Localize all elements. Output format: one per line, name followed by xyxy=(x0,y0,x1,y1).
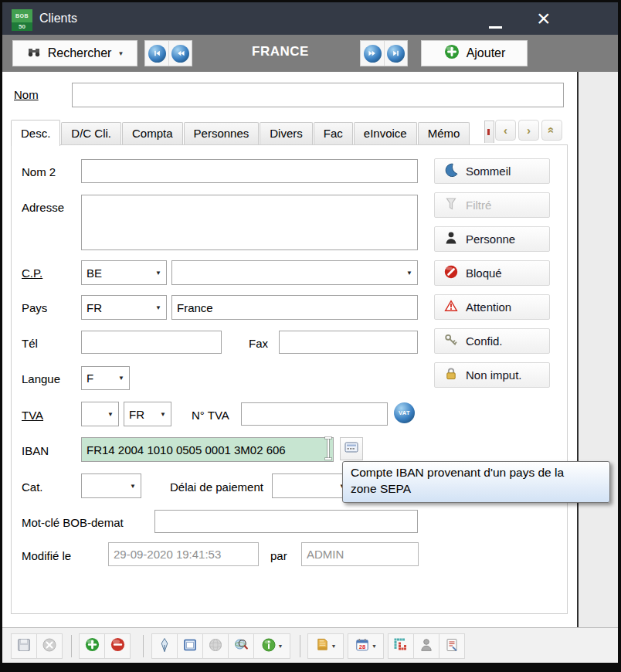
bob50-logo-top: BOB xyxy=(12,9,32,22)
tel-input[interactable] xyxy=(81,331,222,354)
add-record-button[interactable] xyxy=(79,633,105,659)
tva-prefix-select[interactable]: FR ▼ xyxy=(124,402,171,426)
close-button[interactable]: × xyxy=(537,5,551,32)
iban-lookup-button[interactable] xyxy=(340,437,363,460)
last-record-icon xyxy=(387,45,405,63)
info-button[interactable]: ▼ xyxy=(253,633,290,659)
cp-label[interactable]: C.P. xyxy=(22,266,42,280)
pays-code-select[interactable]: FR ▼ xyxy=(81,295,167,320)
cat-select[interactable]: ▼ xyxy=(81,473,141,498)
cp-city-select[interactable]: ▼ xyxy=(171,260,418,285)
nom-input[interactable] xyxy=(72,83,564,107)
iban-tooltip-line2: zone SEPA xyxy=(351,481,602,497)
tab-fac[interactable]: Fac xyxy=(314,122,353,144)
tab-desc[interactable]: Desc. xyxy=(11,120,60,146)
modified-par-label: par xyxy=(270,549,287,562)
quill-button[interactable] xyxy=(151,633,178,659)
chevron-down-icon: ▼ xyxy=(406,270,412,277)
pays-code-value: FR xyxy=(87,301,102,314)
bob50-logo-bottom: 50 xyxy=(12,22,32,31)
tel-label: Tél xyxy=(22,337,38,350)
next-record-button[interactable] xyxy=(361,41,384,66)
tab-memo[interactable]: Mémo xyxy=(418,122,470,144)
search-globe-button[interactable] xyxy=(228,633,254,659)
flag-label: Non imput. xyxy=(466,368,522,382)
delai-select[interactable]: ▼ xyxy=(272,473,351,498)
tab-scroll-left-button[interactable]: ‹ xyxy=(495,120,516,141)
vat-lookup-button[interactable]: VAT xyxy=(394,402,415,423)
frame-left xyxy=(0,0,2,672)
search-button[interactable]: Rechercher ▼ xyxy=(12,40,137,66)
flag-confid-button[interactable]: Confid. xyxy=(434,328,550,354)
flag-non-imput-button[interactable]: Non imput. xyxy=(434,362,550,388)
cp-country-select[interactable]: BE ▼ xyxy=(81,260,167,285)
langue-value: F xyxy=(87,372,93,385)
contact-person-button[interactable] xyxy=(413,633,439,659)
flag-sommeil-button[interactable]: Sommeil xyxy=(434,158,550,184)
detail-window-icon xyxy=(182,637,198,656)
bob50-logo: BOB 50 xyxy=(12,9,32,31)
search-button-label: Rechercher xyxy=(48,46,112,60)
chevron-down-icon: ▼ xyxy=(331,643,337,649)
add-record-icon xyxy=(84,636,100,656)
flag-bloque-button[interactable]: Bloqué xyxy=(434,260,550,286)
tab-einvoice[interactable]: eInvoice xyxy=(354,122,417,144)
first-record-button[interactable] xyxy=(145,41,168,66)
tab-compta[interactable]: Compta xyxy=(122,122,183,144)
modified-user-field xyxy=(301,542,419,566)
chevron-down-icon: ▼ xyxy=(107,411,114,418)
tab-partial[interactable] xyxy=(484,120,494,143)
cancel-icon xyxy=(42,637,57,656)
svg-text:28: 28 xyxy=(359,643,365,650)
detail-window-button[interactable] xyxy=(177,633,203,659)
documents-folder-button[interactable]: ▼ xyxy=(307,633,344,659)
save-icon xyxy=(16,637,32,656)
adresse-textarea[interactable] xyxy=(81,195,418,250)
flag-attention-button[interactable]: Attention xyxy=(434,294,550,320)
tva-regime-select[interactable]: ▼ xyxy=(81,402,119,426)
scroll-left-icon: ‹ xyxy=(504,124,507,137)
fax-input[interactable] xyxy=(279,331,418,354)
save-button[interactable] xyxy=(11,633,37,659)
flag-label: Filtré xyxy=(466,199,491,212)
globe-button[interactable] xyxy=(202,633,229,659)
tab-dc-cli[interactable]: D/C Cli. xyxy=(61,122,121,144)
clients-window: BOB 50 Clients × Rechercher ▼ xyxy=(0,0,621,672)
nom-label[interactable]: Nom xyxy=(14,88,39,101)
binoculars-icon xyxy=(26,44,42,63)
flag-label: Confid. xyxy=(466,334,503,348)
search-globe-icon xyxy=(233,637,249,656)
langue-select[interactable]: F ▼ xyxy=(81,366,130,390)
calendar-button[interactable]: 28 ▼ xyxy=(348,633,384,659)
minimize-button[interactable] xyxy=(489,26,502,29)
first-record-icon xyxy=(148,45,166,63)
cancel-button[interactable] xyxy=(36,633,63,659)
flag-filtre-button[interactable]: Filtré xyxy=(434,192,550,218)
filter-icon xyxy=(443,196,459,214)
motcle-input[interactable] xyxy=(154,510,418,533)
add-record-icon xyxy=(443,43,460,63)
delete-record-button[interactable] xyxy=(104,633,131,659)
previous-record-button[interactable] xyxy=(168,41,192,66)
tab-scroll-right-button[interactable]: › xyxy=(518,120,539,141)
person-icon xyxy=(443,230,459,248)
last-record-button[interactable] xyxy=(384,41,407,66)
tab-divers[interactable]: Divers xyxy=(260,122,313,144)
current-record-name: FRANCE xyxy=(219,44,342,59)
tab-show-all-button[interactable]: « xyxy=(541,120,562,141)
chevron-down-icon: ▼ xyxy=(117,50,124,57)
info-icon xyxy=(261,637,277,656)
tva-number-input[interactable] xyxy=(241,402,388,426)
pays-name-input[interactable] xyxy=(171,295,418,320)
report-button[interactable] xyxy=(439,633,465,659)
tab-personnes[interactable]: Personnes xyxy=(184,122,260,144)
nom2-input[interactable] xyxy=(81,159,418,183)
window-title: Clients xyxy=(39,12,77,25)
add-button[interactable]: Ajouter xyxy=(421,40,528,66)
chevron-down-icon: ▼ xyxy=(155,270,161,277)
frame-top xyxy=(0,0,621,2)
pivot-table-button[interactable] xyxy=(388,633,414,659)
iban-input[interactable] xyxy=(81,437,334,462)
tva-label[interactable]: TVA xyxy=(22,409,43,422)
flag-personne-button[interactable]: Personne xyxy=(434,226,550,252)
